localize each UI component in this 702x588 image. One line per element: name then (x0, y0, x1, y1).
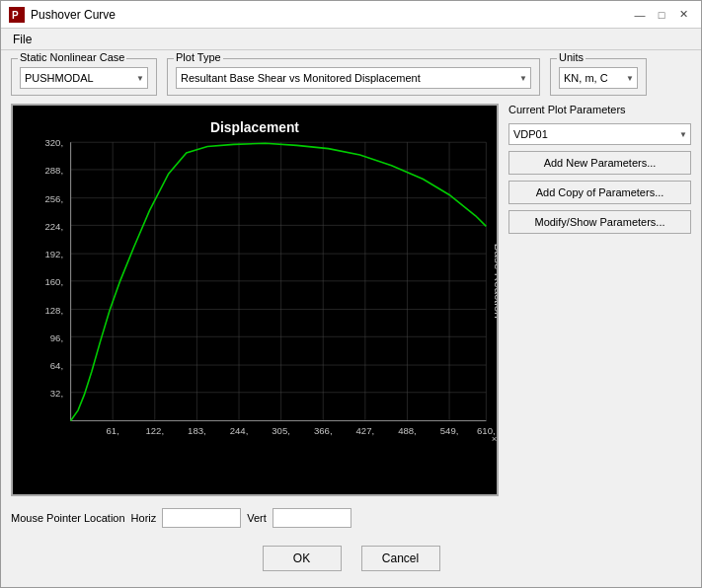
svg-text:427,: 427, (356, 425, 375, 436)
svg-text:224,: 224, (44, 221, 63, 232)
svg-text:288,: 288, (44, 165, 63, 176)
svg-text:128,: 128, (44, 305, 63, 316)
svg-text:549,: 549, (440, 425, 459, 436)
mouse-pointer-label: Mouse Pointer Location (11, 512, 125, 524)
plot-type-label: Plot Type (174, 51, 223, 63)
static-nonlinear-case-group: Static Nonlinear Case PUSHMODAL (11, 58, 157, 96)
plot-params-label: Current Plot Parameters (508, 104, 691, 115)
plot-type-group: Plot Type Resultant Base Shear vs Monito… (167, 58, 540, 96)
controls-row: Static Nonlinear Case PUSHMODAL Plot Typ… (11, 58, 691, 96)
add-copy-parameters-button[interactable]: Add Copy of Parameters... (508, 181, 691, 204)
window-title: Pushover Curve (31, 8, 116, 22)
units-label: Units (557, 51, 585, 63)
static-case-select[interactable]: PUSHMODAL (20, 67, 148, 89)
vert-input[interactable] (273, 508, 351, 528)
svg-text:Base Reaction: Base Reaction (493, 244, 497, 319)
main-area: Displacement (11, 104, 691, 496)
title-bar: P Pushover Curve — □ ✕ (1, 1, 701, 29)
svg-text:305,: 305, (272, 425, 290, 436)
static-case-label: Static Nonlinear Case (18, 51, 126, 63)
add-new-parameters-button[interactable]: Add New Parameters... (508, 151, 691, 175)
title-controls: — □ ✕ (630, 6, 693, 24)
svg-text:122,: 122, (145, 425, 164, 436)
svg-text:P: P (12, 10, 19, 21)
units-select[interactable]: KN, m, C (559, 67, 638, 89)
horiz-input[interactable] (162, 508, 241, 528)
svg-text:32,: 32, (50, 388, 63, 399)
vert-label: Vert (247, 512, 267, 524)
pointer-row: Mouse Pointer Location Horiz Vert (11, 504, 691, 532)
svg-text:Displacement: Displacement (210, 119, 299, 135)
minimize-button[interactable]: — (630, 6, 650, 24)
title-bar-left: P Pushover Curve (9, 7, 116, 23)
menu-bar: File (1, 29, 701, 50)
content-area: Static Nonlinear Case PUSHMODAL Plot Typ… (1, 50, 701, 587)
maximize-button[interactable]: □ (652, 6, 671, 24)
bottom-buttons: OK Cancel (11, 540, 691, 579)
svg-text:×10⁻³: ×10⁻³ (492, 433, 497, 444)
chart-svg: Displacement (13, 106, 497, 494)
svg-text:320,: 320, (44, 137, 63, 148)
menu-item-file[interactable]: File (5, 31, 39, 48)
app-icon: P (9, 7, 25, 23)
vdp-select[interactable]: VDP01 (508, 123, 691, 145)
ok-button[interactable]: OK (263, 546, 342, 571)
horiz-label: Horiz (131, 512, 157, 524)
svg-rect-2 (13, 110, 497, 488)
vdp-select-wrapper: VDP01 (508, 123, 691, 145)
units-group: Units KN, m, C (550, 58, 647, 96)
svg-text:256,: 256, (44, 193, 63, 204)
svg-text:64,: 64, (50, 360, 63, 371)
svg-text:61,: 61, (107, 425, 119, 436)
svg-text:366,: 366, (314, 425, 333, 436)
close-button[interactable]: ✕ (673, 6, 693, 24)
main-window: P Pushover Curve — □ ✕ File Static Nonli… (0, 0, 702, 588)
svg-text:192,: 192, (44, 249, 63, 259)
svg-text:244,: 244, (230, 425, 249, 436)
svg-text:183,: 183, (188, 425, 206, 436)
svg-text:96,: 96, (50, 332, 63, 343)
plot-type-select[interactable]: Resultant Base Shear vs Monitored Displa… (176, 67, 531, 89)
cancel-button[interactable]: Cancel (361, 546, 440, 571)
svg-text:160,: 160, (44, 276, 63, 287)
chart-container: Displacement (11, 104, 499, 496)
modify-show-parameters-button[interactable]: Modify/Show Parameters... (508, 210, 691, 234)
svg-text:488,: 488, (398, 425, 417, 436)
right-panel: Current Plot Parameters VDP01 Add New Pa… (508, 104, 691, 496)
